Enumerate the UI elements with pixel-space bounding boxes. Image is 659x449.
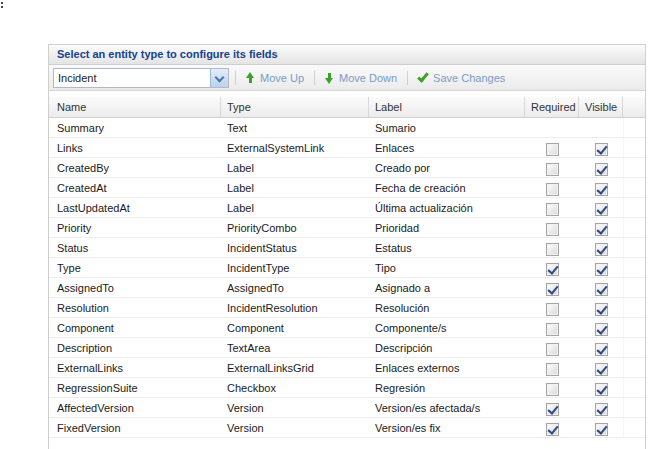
column-header-type[interactable]: Type [221, 97, 369, 117]
visible-cell [579, 158, 623, 177]
row-filler [623, 398, 645, 417]
table-row[interactable]: DescriptionTextAreaDescripción [49, 338, 645, 358]
visible-checkbox[interactable] [595, 223, 608, 236]
column-header-label[interactable]: Label [369, 97, 525, 117]
save-changes-label: Save Changes [433, 72, 505, 84]
visible-checkbox[interactable] [595, 383, 608, 396]
field-type: Label [221, 178, 369, 197]
visible-checkbox[interactable] [595, 343, 608, 356]
field-name: Links [49, 138, 221, 157]
field-label: Tipo [369, 258, 525, 277]
required-checkbox[interactable] [546, 183, 559, 196]
row-filler [623, 218, 645, 237]
entity-type-select[interactable]: Incident [53, 68, 229, 88]
table-row[interactable]: LinksExternalSystemLinkEnlaces [49, 138, 645, 158]
field-name: Type [49, 258, 221, 277]
field-label: Version/es afectada/s [369, 398, 525, 417]
required-checkbox[interactable] [546, 383, 559, 396]
visible-checkbox[interactable] [595, 243, 608, 256]
required-cell [525, 418, 579, 437]
visible-checkbox[interactable] [595, 363, 608, 376]
row-filler [623, 258, 645, 277]
visible-checkbox[interactable] [595, 423, 608, 436]
required-checkbox[interactable] [546, 363, 559, 376]
visible-cell [579, 278, 623, 297]
field-name: Priority [49, 218, 221, 237]
table-row[interactable]: AffectedVersionVersionVersion/es afectad… [49, 398, 645, 418]
visible-checkbox[interactable] [595, 163, 608, 176]
visible-checkbox[interactable] [595, 323, 608, 336]
field-name: Status [49, 238, 221, 257]
field-type: ExternalLinksGrid [221, 358, 369, 377]
field-type: IncidentResolution [221, 298, 369, 317]
arrow-up-icon [246, 72, 255, 84]
toolbar: Incident Move Up Move Down Save Changes [49, 65, 645, 91]
field-name: AssignedTo [49, 278, 221, 297]
required-cell [525, 158, 579, 177]
required-checkbox[interactable] [546, 423, 559, 436]
required-checkbox[interactable] [546, 343, 559, 356]
field-name: Description [49, 338, 221, 357]
required-cell [525, 118, 579, 137]
required-checkbox[interactable] [546, 263, 559, 276]
required-checkbox[interactable] [546, 143, 559, 156]
required-checkbox[interactable] [546, 323, 559, 336]
required-cell [525, 178, 579, 197]
field-name: FixedVersion [49, 418, 221, 437]
visible-cell [579, 238, 623, 257]
table-row[interactable]: SummaryTextSumario [49, 118, 645, 138]
required-checkbox[interactable] [546, 243, 559, 256]
visible-checkbox[interactable] [595, 203, 608, 216]
chevron-down-icon[interactable] [210, 69, 228, 87]
table-row[interactable]: RegressionSuiteCheckboxRegresión [49, 378, 645, 398]
field-label: Descripción [369, 338, 525, 357]
table-row[interactable]: CreatedByLabelCreado por [49, 158, 645, 178]
save-changes-button[interactable]: Save Changes [414, 70, 509, 86]
field-name: Resolution [49, 298, 221, 317]
table-row[interactable]: FixedVersionVersionVersion/es fix [49, 418, 645, 438]
visible-checkbox[interactable] [595, 403, 608, 416]
field-label: Creado por [369, 158, 525, 177]
column-header-visible[interactable]: Visible [579, 97, 623, 117]
visible-checkbox[interactable] [595, 143, 608, 156]
visible-checkbox[interactable] [595, 303, 608, 316]
toolbar-separator [407, 71, 408, 85]
field-type: AssignedTo [221, 278, 369, 297]
panel-title: Select an entity type to configure its f… [49, 45, 645, 65]
table-row[interactable]: TypeIncidentTypeTipo [49, 258, 645, 278]
grid-header: Name Type Label Required Visible [49, 97, 645, 118]
required-checkbox[interactable] [546, 403, 559, 416]
table-row[interactable]: CreatedAtLabelFecha de creación [49, 178, 645, 198]
required-checkbox[interactable] [546, 223, 559, 236]
field-type: PriorityCombo [221, 218, 369, 237]
table-row[interactable]: PriorityPriorityComboPrioridad [49, 218, 645, 238]
visible-checkbox[interactable] [595, 263, 608, 276]
visible-cell [579, 378, 623, 397]
move-up-button[interactable]: Move Up [242, 70, 308, 86]
required-cell [525, 298, 579, 317]
table-row[interactable]: ResolutionIncidentResolutionResolución [49, 298, 645, 318]
row-filler [623, 318, 645, 337]
visible-checkbox[interactable] [595, 183, 608, 196]
required-checkbox[interactable] [546, 163, 559, 176]
required-checkbox[interactable] [546, 203, 559, 216]
required-cell [525, 338, 579, 357]
grid-body: SummaryTextSumarioLinksExternalSystemLin… [49, 118, 645, 438]
required-checkbox[interactable] [546, 283, 559, 296]
move-down-button[interactable]: Move Down [321, 70, 401, 86]
row-filler [623, 138, 645, 157]
row-filler [623, 378, 645, 397]
field-label: Sumario [369, 118, 525, 137]
visible-checkbox[interactable] [595, 283, 608, 296]
column-header-required[interactable]: Required [525, 97, 579, 117]
table-row[interactable]: ComponentComponentComponente/s [49, 318, 645, 338]
visible-cell [579, 118, 623, 137]
table-row[interactable]: LastUpdatedAtLabelÚltima actualización [49, 198, 645, 218]
required-checkbox[interactable] [546, 303, 559, 316]
table-row[interactable]: ExternalLinksExternalLinksGridEnlaces ex… [49, 358, 645, 378]
required-cell [525, 258, 579, 277]
table-row[interactable]: StatusIncidentStatusEstatus [49, 238, 645, 258]
field-name: ExternalLinks [49, 358, 221, 377]
column-header-name[interactable]: Name [49, 97, 221, 117]
table-row[interactable]: AssignedToAssignedToAsignado a [49, 278, 645, 298]
